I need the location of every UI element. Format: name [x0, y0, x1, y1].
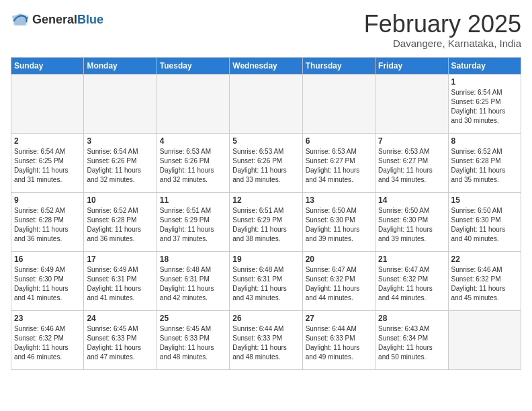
col-header-friday: Friday	[375, 57, 448, 74]
day-info: Sunrise: 6:54 AM Sunset: 6:25 PM Dayligh…	[14, 147, 81, 185]
calendar-cell: 6Sunrise: 6:53 AM Sunset: 6:27 PM Daylig…	[302, 133, 375, 192]
day-number: 19	[232, 255, 299, 264]
day-number: 23	[14, 314, 81, 323]
day-number: 20	[306, 255, 372, 264]
day-info: Sunrise: 6:45 AM Sunset: 6:33 PM Dayligh…	[87, 324, 153, 362]
day-number: 8	[451, 136, 518, 146]
day-number: 12	[232, 195, 299, 205]
day-info: Sunrise: 6:50 AM Sunset: 6:30 PM Dayligh…	[306, 206, 372, 244]
calendar-cell: 22Sunrise: 6:46 AM Sunset: 6:32 PM Dayli…	[448, 251, 521, 310]
calendar-cell: 28Sunrise: 6:43 AM Sunset: 6:34 PM Dayli…	[375, 310, 448, 369]
day-info: Sunrise: 6:50 AM Sunset: 6:30 PM Dayligh…	[451, 206, 518, 244]
week-row-5: 23Sunrise: 6:46 AM Sunset: 6:32 PM Dayli…	[11, 310, 521, 369]
day-number: 14	[378, 195, 445, 205]
day-number: 25	[160, 314, 226, 323]
day-number: 2	[14, 136, 81, 146]
logo-general: General	[32, 13, 77, 26]
calendar-cell: 25Sunrise: 6:45 AM Sunset: 6:33 PM Dayli…	[157, 310, 229, 369]
calendar-cell	[157, 74, 229, 133]
day-number: 21	[378, 255, 445, 264]
calendar-cell: 3Sunrise: 6:54 AM Sunset: 6:26 PM Daylig…	[84, 133, 157, 192]
day-info: Sunrise: 6:43 AM Sunset: 6:34 PM Dayligh…	[378, 324, 445, 362]
day-info: Sunrise: 6:49 AM Sunset: 6:31 PM Dayligh…	[87, 265, 153, 303]
week-row-3: 9Sunrise: 6:52 AM Sunset: 6:28 PM Daylig…	[11, 192, 521, 251]
calendar-cell: 12Sunrise: 6:51 AM Sunset: 6:29 PM Dayli…	[230, 192, 302, 251]
day-number: 11	[160, 195, 226, 205]
calendar-cell	[302, 74, 375, 133]
day-number: 24	[87, 314, 153, 323]
calendar-cell: 26Sunrise: 6:44 AM Sunset: 6:33 PM Dayli…	[230, 310, 302, 369]
day-info: Sunrise: 6:45 AM Sunset: 6:33 PM Dayligh…	[160, 324, 226, 362]
day-number: 5	[232, 136, 299, 146]
col-header-monday: Monday	[84, 57, 157, 74]
calendar-cell: 16Sunrise: 6:49 AM Sunset: 6:30 PM Dayli…	[11, 251, 84, 310]
calendar-cell: 20Sunrise: 6:47 AM Sunset: 6:32 PM Dayli…	[302, 251, 375, 310]
day-number: 15	[451, 195, 518, 205]
logo-text: GeneralBlue	[32, 13, 103, 28]
calendar-cell: 5Sunrise: 6:53 AM Sunset: 6:26 PM Daylig…	[230, 133, 302, 192]
calendar-cell: 9Sunrise: 6:52 AM Sunset: 6:28 PM Daylig…	[11, 192, 84, 251]
calendar-cell: 13Sunrise: 6:50 AM Sunset: 6:30 PM Dayli…	[302, 192, 375, 251]
calendar-title: February 2025	[364, 11, 521, 38]
day-info: Sunrise: 6:52 AM Sunset: 6:28 PM Dayligh…	[451, 147, 518, 185]
col-header-thursday: Thursday	[302, 57, 375, 74]
day-number: 9	[14, 195, 81, 205]
day-info: Sunrise: 6:46 AM Sunset: 6:32 PM Dayligh…	[451, 265, 518, 303]
day-info: Sunrise: 6:48 AM Sunset: 6:31 PM Dayligh…	[160, 265, 226, 303]
col-header-sunday: Sunday	[11, 57, 84, 74]
day-number: 6	[306, 136, 372, 146]
day-info: Sunrise: 6:47 AM Sunset: 6:32 PM Dayligh…	[378, 265, 445, 303]
calendar-cell: 17Sunrise: 6:49 AM Sunset: 6:31 PM Dayli…	[84, 251, 157, 310]
day-info: Sunrise: 6:44 AM Sunset: 6:33 PM Dayligh…	[306, 324, 372, 362]
calendar-cell: 18Sunrise: 6:48 AM Sunset: 6:31 PM Dayli…	[157, 251, 229, 310]
day-info: Sunrise: 6:50 AM Sunset: 6:30 PM Dayligh…	[378, 206, 445, 244]
calendar-subtitle: Davangere, Karnataka, India	[364, 38, 521, 49]
calendar-cell: 15Sunrise: 6:50 AM Sunset: 6:30 PM Dayli…	[448, 192, 521, 251]
calendar-cell: 19Sunrise: 6:48 AM Sunset: 6:31 PM Dayli…	[230, 251, 302, 310]
day-number: 10	[87, 195, 153, 205]
calendar-cell	[448, 310, 521, 369]
day-number: 26	[232, 314, 299, 323]
day-info: Sunrise: 6:52 AM Sunset: 6:28 PM Dayligh…	[14, 206, 81, 244]
calendar-cell: 14Sunrise: 6:50 AM Sunset: 6:30 PM Dayli…	[375, 192, 448, 251]
day-info: Sunrise: 6:51 AM Sunset: 6:29 PM Dayligh…	[160, 206, 226, 244]
day-info: Sunrise: 6:51 AM Sunset: 6:29 PM Dayligh…	[232, 206, 299, 244]
logo-blue: Blue	[77, 13, 103, 26]
day-number: 16	[14, 255, 81, 264]
day-number: 7	[378, 136, 445, 146]
calendar-cell: 21Sunrise: 6:47 AM Sunset: 6:32 PM Dayli…	[375, 251, 448, 310]
calendar-cell: 1Sunrise: 6:54 AM Sunset: 6:25 PM Daylig…	[448, 74, 521, 133]
day-info: Sunrise: 6:44 AM Sunset: 6:33 PM Dayligh…	[232, 324, 299, 362]
title-block: February 2025 Davangere, Karnataka, Indi…	[364, 11, 521, 49]
day-number: 4	[160, 136, 226, 146]
day-info: Sunrise: 6:54 AM Sunset: 6:26 PM Dayligh…	[87, 147, 153, 185]
day-info: Sunrise: 6:46 AM Sunset: 6:32 PM Dayligh…	[14, 324, 81, 362]
day-info: Sunrise: 6:49 AM Sunset: 6:30 PM Dayligh…	[14, 265, 81, 303]
day-number: 3	[87, 136, 153, 146]
day-info: Sunrise: 6:52 AM Sunset: 6:28 PM Dayligh…	[87, 206, 153, 244]
day-info: Sunrise: 6:53 AM Sunset: 6:27 PM Dayligh…	[306, 147, 372, 185]
calendar-cell: 2Sunrise: 6:54 AM Sunset: 6:25 PM Daylig…	[11, 133, 84, 192]
day-info: Sunrise: 6:48 AM Sunset: 6:31 PM Dayligh…	[232, 265, 299, 303]
calendar-cell: 11Sunrise: 6:51 AM Sunset: 6:29 PM Dayli…	[157, 192, 229, 251]
day-info: Sunrise: 6:53 AM Sunset: 6:27 PM Dayligh…	[378, 147, 445, 185]
week-row-1: 1Sunrise: 6:54 AM Sunset: 6:25 PM Daylig…	[11, 74, 521, 133]
col-header-saturday: Saturday	[448, 57, 521, 74]
page-header: GeneralBlue February 2025 Davangere, Kar…	[11, 11, 521, 49]
day-number: 22	[451, 255, 518, 264]
calendar-cell: 27Sunrise: 6:44 AM Sunset: 6:33 PM Dayli…	[302, 310, 375, 369]
logo: GeneralBlue	[11, 11, 103, 30]
day-number: 1	[451, 77, 518, 87]
week-row-4: 16Sunrise: 6:49 AM Sunset: 6:30 PM Dayli…	[11, 251, 521, 310]
calendar-cell: 7Sunrise: 6:53 AM Sunset: 6:27 PM Daylig…	[375, 133, 448, 192]
week-row-2: 2Sunrise: 6:54 AM Sunset: 6:25 PM Daylig…	[11, 133, 521, 192]
calendar-cell	[11, 74, 84, 133]
day-number: 13	[306, 195, 372, 205]
col-header-wednesday: Wednesday	[230, 57, 302, 74]
calendar-cell: 23Sunrise: 6:46 AM Sunset: 6:32 PM Dayli…	[11, 310, 84, 369]
calendar-header-row: SundayMondayTuesdayWednesdayThursdayFrid…	[11, 57, 521, 74]
day-info: Sunrise: 6:47 AM Sunset: 6:32 PM Dayligh…	[306, 265, 372, 303]
calendar-cell: 8Sunrise: 6:52 AM Sunset: 6:28 PM Daylig…	[448, 133, 521, 192]
col-header-tuesday: Tuesday	[157, 57, 229, 74]
day-info: Sunrise: 6:53 AM Sunset: 6:26 PM Dayligh…	[232, 147, 299, 185]
